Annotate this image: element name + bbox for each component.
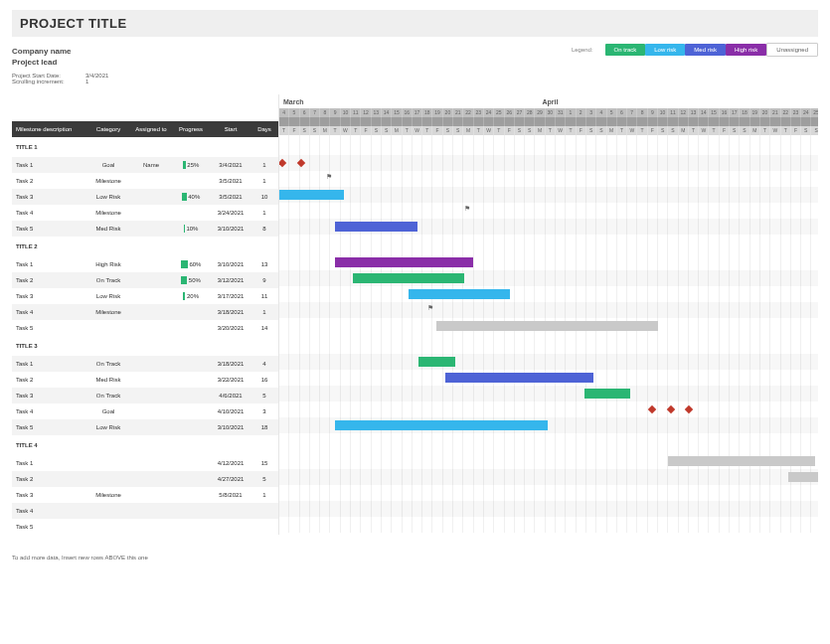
start-date-value: 3/4/2021	[85, 73, 108, 79]
gantt-bar[interactable]	[409, 289, 510, 299]
table-row[interactable]: Task 53/20/202114	[12, 320, 278, 336]
gantt-bar[interactable]	[788, 472, 819, 482]
col-progress: Progress	[171, 121, 211, 137]
gantt-row	[279, 485, 818, 501]
footer-note: To add more data, Insert new rows ABOVE …	[12, 555, 818, 563]
gantt-bar[interactable]	[418, 357, 455, 367]
table-row[interactable]: Task 2On Track 50%3/12/20219	[12, 272, 278, 288]
table-row[interactable]: Task 5Med Risk 10%3/10/20218	[12, 221, 278, 237]
gantt-bar[interactable]	[279, 190, 344, 200]
gantt-bar[interactable]	[335, 420, 548, 430]
title-bar: PROJECT TITLE	[12, 10, 818, 37]
scroll-value: 1	[85, 79, 88, 84]
gantt-row: ⚑	[279, 302, 818, 318]
milestone-diamond-icon	[685, 405, 693, 413]
legend-chip: High risk	[726, 44, 766, 56]
gantt-row	[279, 469, 818, 485]
col-desc: Milestone description	[12, 121, 85, 137]
gantt-row: ⚑	[279, 171, 818, 187]
table-row[interactable]: Task 5Low Risk3/10/202118	[12, 419, 278, 435]
legend-chip: Unassigned	[766, 43, 818, 57]
table-row[interactable]: Task 24/27/20215	[12, 471, 278, 487]
section-title: TITLE 4	[12, 435, 278, 455]
table-row[interactable]: Task 4Goal4/10/20213	[12, 403, 278, 419]
timeline-header: MarchApril 45678910111213141516171819202…	[279, 94, 818, 135]
legend-chip: Low risk	[645, 44, 685, 56]
gantt-bar[interactable]	[335, 257, 474, 267]
legend-chip: On track	[605, 44, 646, 56]
table-row[interactable]: Task 3On Track4/6/20215	[12, 388, 278, 403]
gantt-row	[279, 402, 818, 417]
table-row[interactable]: Task 4Milestone3/18/20211	[12, 304, 278, 320]
milestone-diamond-icon	[666, 405, 674, 413]
gantt-row	[279, 517, 818, 533]
gantt-bar[interactable]	[335, 222, 418, 232]
section-title: TITLE 1	[12, 137, 278, 157]
gantt-row	[279, 254, 818, 270]
table-row[interactable]: Task 4	[12, 503, 278, 519]
table-row[interactable]: Task 3Milestone5/8/20211	[12, 487, 278, 503]
table-row[interactable]: Task 1GoalName 25%3/4/20211	[12, 157, 278, 173]
table-row[interactable]: Task 3Low Risk 40%3/5/202110	[12, 189, 278, 205]
scroll-label: Scrolling increment:	[12, 79, 68, 84]
legend-label: Legend:	[572, 47, 593, 53]
table-row[interactable]: Task 1High Risk 60%3/10/202113	[12, 256, 278, 272]
project-lead: Project lead	[12, 58, 108, 67]
table-header: Milestone description Category Assigned …	[12, 121, 278, 137]
milestone-flag-icon: ⚑	[326, 173, 332, 181]
gantt-row	[279, 286, 818, 302]
task-table: Milestone description Category Assigned …	[12, 94, 278, 535]
gantt-chart: MarchApril 45678910111213141516171819202…	[278, 94, 818, 535]
gantt-row	[279, 370, 818, 386]
gantt-row	[279, 155, 818, 171]
company-name: Company name	[12, 47, 108, 56]
gantt-row	[279, 318, 818, 334]
gantt-bar[interactable]	[668, 456, 816, 466]
col-assigned: Assigned to	[131, 121, 171, 137]
gantt-row	[279, 417, 818, 433]
gantt-bar[interactable]	[445, 373, 593, 383]
project-meta: Company name Project lead Project Start …	[12, 47, 108, 84]
section-title: TITLE 2	[12, 237, 278, 256]
gantt-row	[279, 386, 818, 402]
gantt-row: ⚑	[279, 203, 818, 219]
gantt-bar[interactable]	[436, 321, 658, 331]
col-category: Category	[85, 121, 131, 137]
legend-chip: Med risk	[685, 44, 726, 56]
milestone-flag-icon: ⚑	[427, 304, 433, 312]
gantt-row	[279, 501, 818, 517]
gantt-row	[279, 354, 818, 370]
gantt-bar[interactable]	[353, 273, 464, 283]
gantt-bar[interactable]	[584, 389, 631, 399]
section-title: TITLE 3	[12, 336, 278, 356]
col-start: Start	[211, 121, 250, 137]
gantt-row	[279, 187, 818, 203]
month-label: March	[279, 98, 538, 105]
page-title: PROJECT TITLE	[20, 16, 810, 31]
milestone-diamond-icon	[648, 405, 656, 413]
milestone-diamond-icon	[296, 159, 304, 167]
milestone-diamond-icon	[278, 159, 286, 167]
milestone-flag-icon: ⚑	[464, 205, 470, 213]
table-row[interactable]: Task 4Milestone3/24/20211	[12, 205, 278, 221]
col-days: Days	[250, 121, 278, 137]
gantt-row	[279, 219, 818, 235]
month-label: April	[538, 98, 815, 105]
table-row[interactable]: Task 2Milestone3/5/20211	[12, 173, 278, 189]
gantt-row	[279, 453, 818, 469]
table-row[interactable]: Task 3Low Risk 20%3/17/202111	[12, 288, 278, 304]
table-row[interactable]: Task 1On Track3/18/20214	[12, 356, 278, 372]
gantt-row	[279, 270, 818, 286]
table-row[interactable]: Task 2Med Risk3/22/202116	[12, 372, 278, 388]
table-row[interactable]: Task 5	[12, 519, 278, 535]
table-row[interactable]: Task 14/12/202115	[12, 455, 278, 471]
legend: Legend: On trackLow riskMed riskHigh ris…	[572, 47, 818, 53]
